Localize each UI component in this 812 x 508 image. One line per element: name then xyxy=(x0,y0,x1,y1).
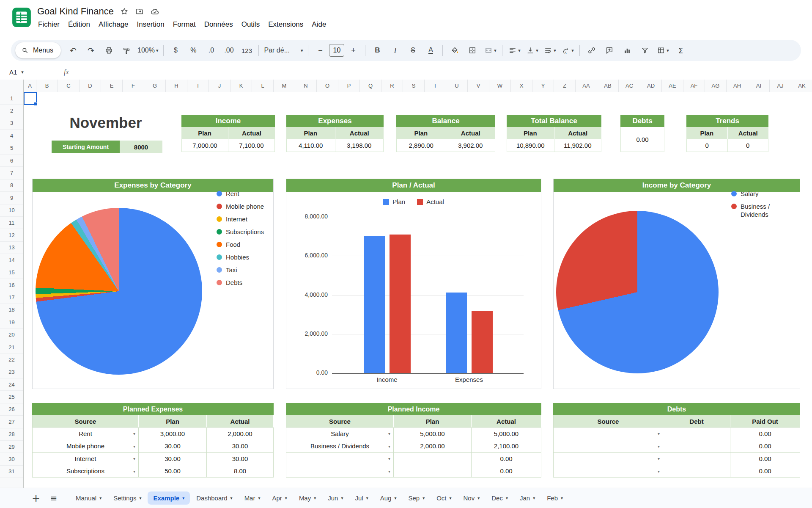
column-header[interactable]: M xyxy=(274,80,295,92)
dropdown-icon[interactable]: ▾ xyxy=(388,444,390,448)
zoom-select[interactable]: 100% ▾ xyxy=(135,43,160,58)
menu-item[interactable]: Affichage xyxy=(94,19,133,30)
menu-item[interactable]: Fichier xyxy=(34,19,64,30)
column-header[interactable]: Z xyxy=(554,80,576,92)
chevron-down-icon[interactable]: ▾ xyxy=(533,496,535,500)
column-header[interactable]: O xyxy=(317,80,338,92)
column-header[interactable]: R xyxy=(381,80,403,92)
starting-amount-label[interactable]: Starting Amount xyxy=(52,141,120,153)
more-formats-button[interactable]: 123 xyxy=(238,43,255,58)
row-header[interactable]: 11 xyxy=(0,217,23,229)
row-header[interactable]: 2 xyxy=(0,105,23,117)
menu-item[interactable]: Aide xyxy=(307,19,330,30)
column-header[interactable]: AE xyxy=(662,80,683,92)
document-title[interactable]: Goal Kind Finance xyxy=(37,6,114,17)
column-header[interactable]: AB xyxy=(597,80,619,92)
chevron-down-icon[interactable]: ▾ xyxy=(230,496,233,500)
table-cell[interactable]: 30.00 xyxy=(139,440,207,453)
font-size-input[interactable]: 10 xyxy=(329,44,344,57)
column-header[interactable]: J xyxy=(209,80,230,92)
borders-button[interactable] xyxy=(464,43,481,58)
dropdown-icon[interactable]: ▾ xyxy=(133,469,135,473)
text-wrap-button[interactable]: ▾ xyxy=(541,43,559,58)
column-header[interactable]: AH xyxy=(727,80,748,92)
fill-color-button[interactable] xyxy=(446,43,464,58)
menu-item[interactable]: Données xyxy=(200,19,237,30)
sheet-tab-mar[interactable]: Mar▾ xyxy=(239,491,266,505)
text-color-button[interactable]: A xyxy=(422,43,439,58)
redo-button[interactable]: ↷ xyxy=(82,43,100,58)
all-sheets-button[interactable]: ≡ xyxy=(45,491,63,506)
panel-value-cell[interactable]: 3,198.00 xyxy=(335,139,384,152)
table-cell[interactable]: ▾ xyxy=(553,440,663,453)
table-cell[interactable]: Internet▾ xyxy=(32,453,139,465)
column-header[interactable]: AD xyxy=(640,80,662,92)
chevron-down-icon[interactable]: ▾ xyxy=(99,496,102,500)
column-header[interactable]: C xyxy=(58,80,80,92)
chevron-down-icon[interactable]: ▾ xyxy=(314,496,316,500)
column-header[interactable]: B xyxy=(36,80,58,92)
select-all-corner[interactable] xyxy=(0,80,24,92)
sheet-tab-dec[interactable]: Dec▾ xyxy=(486,491,513,505)
dropdown-icon[interactable]: ▾ xyxy=(658,431,660,436)
panel-value-cell[interactable]: 0 xyxy=(728,139,769,152)
table-cell[interactable]: 0.00 xyxy=(730,428,800,440)
column-header[interactable]: A xyxy=(24,80,36,92)
table-cell[interactable]: ▾ xyxy=(286,465,394,478)
table-cell[interactable]: 30.00 xyxy=(139,453,207,465)
row-header[interactable]: 24 xyxy=(0,378,23,391)
table-cell[interactable]: 5,000.00 xyxy=(472,428,541,440)
column-header[interactable]: V xyxy=(468,80,489,92)
panel-value-cell[interactable]: 0.00 xyxy=(620,127,664,152)
chevron-down-icon[interactable]: ▾ xyxy=(366,496,368,500)
chevron-down-icon[interactable]: ▾ xyxy=(285,496,287,500)
chevron-down-icon[interactable]: ▾ xyxy=(561,496,563,500)
column-header[interactable]: AI xyxy=(748,80,770,92)
column-header[interactable]: K xyxy=(230,80,252,92)
insert-chart-button[interactable] xyxy=(618,43,636,58)
table-cell[interactable]: 2,000.00 xyxy=(394,440,472,453)
dropdown-icon[interactable]: ▾ xyxy=(388,469,390,473)
sheet-tab-apr[interactable]: Apr▾ xyxy=(267,491,293,505)
font-select[interactable]: Par dé... ▾ xyxy=(262,43,305,58)
table-cell[interactable]: ▾ xyxy=(286,453,394,465)
sheet-tab-may[interactable]: May▾ xyxy=(294,491,321,505)
dropdown-icon[interactable]: ▾ xyxy=(658,456,660,461)
column-header[interactable]: S xyxy=(403,80,425,92)
column-header[interactable]: I xyxy=(187,80,209,92)
row-header[interactable]: 5 xyxy=(0,142,23,155)
column-header[interactable]: W xyxy=(489,80,511,92)
table-cell[interactable]: 30.00 xyxy=(207,440,274,453)
panel-value-cell[interactable]: 11,902.00 xyxy=(554,139,602,152)
chevron-down-icon[interactable]: ▾ xyxy=(422,496,425,500)
increase-font-size-button[interactable]: + xyxy=(344,43,362,58)
row-header[interactable]: 6 xyxy=(0,155,23,167)
row-header[interactable]: 4 xyxy=(0,130,23,142)
table-cell[interactable] xyxy=(663,465,730,478)
table-cell[interactable]: 0.00 xyxy=(472,453,541,465)
insert-link-button[interactable] xyxy=(583,43,601,58)
row-header[interactable]: 9 xyxy=(0,192,23,204)
table-cell[interactable]: ▾ xyxy=(553,453,663,465)
table-cell[interactable] xyxy=(663,440,730,453)
table-cell[interactable] xyxy=(663,453,730,465)
table-cell[interactable]: 50.00 xyxy=(139,465,207,478)
table-cell[interactable]: Rent▾ xyxy=(32,428,139,440)
name-box[interactable]: A1 ▾ xyxy=(0,64,56,80)
menu-item[interactable]: Insertion xyxy=(133,19,169,30)
column-header[interactable]: AG xyxy=(705,80,727,92)
dropdown-icon[interactable]: ▾ xyxy=(388,431,390,436)
table-views-button[interactable]: ▾ xyxy=(654,43,672,58)
chevron-down-icon[interactable]: ▾ xyxy=(394,496,396,500)
table-cell[interactable]: Salary▾ xyxy=(286,428,394,440)
paint-format-button[interactable] xyxy=(118,43,135,58)
chevron-down-icon[interactable]: ▾ xyxy=(477,496,480,500)
dropdown-icon[interactable]: ▾ xyxy=(388,456,390,461)
sheet-tab-feb[interactable]: Feb▾ xyxy=(541,491,568,505)
row-header[interactable]: 8 xyxy=(0,179,23,192)
row-header[interactable]: 7 xyxy=(0,167,23,179)
row-header[interactable]: 18 xyxy=(0,304,23,316)
chevron-down-icon[interactable]: ▾ xyxy=(182,496,184,500)
sheet-tab-jan[interactable]: Jan▾ xyxy=(514,491,540,505)
panel-value-cell[interactable]: 2,890.00 xyxy=(396,139,446,152)
